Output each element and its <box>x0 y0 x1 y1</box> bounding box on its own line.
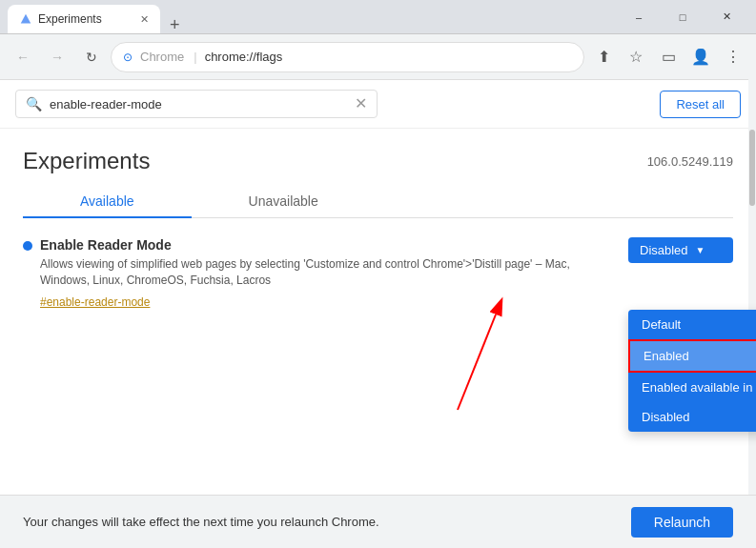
clear-search-button[interactable]: ✕ <box>355 96 367 112</box>
tab-close-btn[interactable]: ✕ <box>140 13 149 26</box>
flag-link[interactable]: #enable-reader-mode <box>40 295 150 309</box>
search-input[interactable] <box>50 97 347 112</box>
search-input-wrap: 🔍 ✕ <box>15 90 378 118</box>
version-text: 106.0.5249.119 <box>647 154 733 169</box>
extension-icon[interactable]: ▭ <box>653 42 684 72</box>
bookmark-icon[interactable]: ☆ <box>621 42 651 72</box>
page-title: Experiments <box>23 148 150 174</box>
menu-icon[interactable]: ⋮ <box>718 42 748 72</box>
refresh-button[interactable]: ↻ <box>76 42 107 72</box>
share-icon[interactable]: ⬆ <box>588 42 619 72</box>
minimize-button[interactable]: – <box>617 0 661 34</box>
toolbar-icons: ⬆ ☆ ▭ 👤 ⋮ <box>588 42 748 72</box>
title-bar: Experiments ✕ + – □ ✕ <box>0 0 756 34</box>
red-arrow-annotation <box>381 295 667 410</box>
dropdown-option-default[interactable]: Default <box>628 310 756 339</box>
flag-description: Allows viewing of simplified web pages b… <box>40 256 621 289</box>
address-bar[interactable]: ⊙ Chrome | chrome://flags <box>111 42 584 72</box>
flag-item: Enable Reader Mode Allows viewing of sim… <box>23 237 733 310</box>
dropdown-selected-value: Disabled <box>640 243 688 257</box>
tab-area: Experiments ✕ + <box>8 0 617 33</box>
dropdown-button[interactable]: Disabled ▼ <box>628 237 733 263</box>
dropdown-option-disabled[interactable]: Disabled <box>628 402 756 432</box>
search-bar-row: 🔍 ✕ Reset all <box>0 80 756 129</box>
site-icon: ⊙ <box>123 51 133 64</box>
main-content: Experiments 106.0.5249.119 Available Una… <box>0 129 756 310</box>
relaunch-message: Your changes will take effect the next t… <box>23 515 379 529</box>
scrollbar-thumb[interactable] <box>749 130 755 206</box>
new-tab-button[interactable]: + <box>164 16 186 33</box>
search-icon: 🔍 <box>26 96 42 112</box>
dropdown-arrow-icon: ▼ <box>696 245 705 255</box>
reset-all-button[interactable]: Reset all <box>660 91 741 118</box>
close-button[interactable]: ✕ <box>705 0 748 34</box>
chrome-label: Chrome <box>140 50 184 64</box>
flag-dot <box>23 241 32 251</box>
bottom-bar: Your changes will take effect the next t… <box>0 495 756 548</box>
tabs-row: Available Unavailable <box>23 186 733 218</box>
dropdown-option-enabled-settings[interactable]: Enabled available in settings <box>628 373 756 402</box>
tab-unavailable[interactable]: Unavailable <box>192 186 376 218</box>
url-separator: | <box>194 50 196 64</box>
url-text: chrome://flags <box>205 50 283 64</box>
svg-line-2 <box>458 315 496 410</box>
browser-tab[interactable]: Experiments ✕ <box>8 5 160 33</box>
window-controls: – □ ✕ <box>617 0 748 34</box>
relaunch-button[interactable]: Relaunch <box>631 507 733 538</box>
tab-title: Experiments <box>38 12 102 26</box>
flag-name: Enable Reader Mode <box>40 237 621 253</box>
forward-button[interactable]: → <box>42 42 72 72</box>
flag-content: Enable Reader Mode Allows viewing of sim… <box>40 237 733 310</box>
experiments-header: Experiments 106.0.5249.119 <box>23 148 733 174</box>
dropdown-option-enabled[interactable]: Enabled <box>628 339 756 373</box>
profile-icon[interactable]: 👤 <box>685 42 716 72</box>
tab-available[interactable]: Available <box>23 186 192 218</box>
address-bar-row: ← → ↻ ⊙ Chrome | chrome://flags ⬆ ☆ ▭ 👤 … <box>0 34 756 80</box>
chrome-tab-icon <box>19 12 32 26</box>
svg-marker-0 <box>21 14 31 24</box>
back-button[interactable]: ← <box>8 42 38 72</box>
maximize-button[interactable]: □ <box>661 0 705 34</box>
dropdown-menu: Default Enabled Enabled available in set… <box>628 310 756 432</box>
dropdown-area: Disabled ▼ Default Enabled Enabled avail… <box>628 237 733 310</box>
